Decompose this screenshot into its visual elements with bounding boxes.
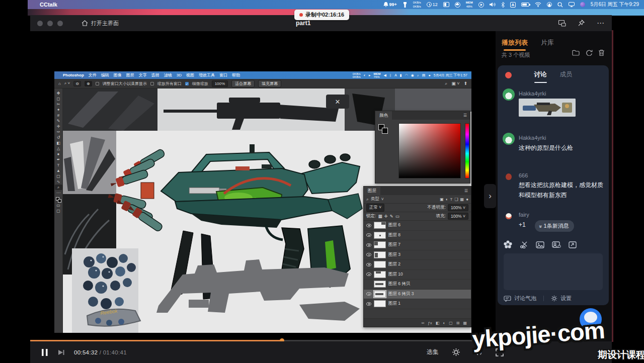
ps-toolbar[interactable]: ✥◻✂✦#✎✛✑ ↺◧△●✒T▲▢∿ ⌕ ⋯ ▭▢ xyxy=(54,88,63,333)
ps-panel-menu-icon[interactable]: ☰ xyxy=(463,113,467,118)
ps-layers-footer-icons[interactable]: ∞ƒx◧◐▢⊞▦ xyxy=(364,318,471,327)
minimize-window-button[interactable] xyxy=(47,21,53,26)
image-upload-icon[interactable] xyxy=(536,241,544,248)
ps-fit-screen-button[interactable]: 适合屏幕 xyxy=(231,80,255,87)
wifi-icon[interactable] xyxy=(535,2,541,7)
message-image-attachment[interactable] xyxy=(519,99,576,117)
bluetooth-icon[interactable] xyxy=(501,2,505,8)
ps-color-panel-tab[interactable]: 颜色 xyxy=(375,111,392,120)
discussion-bubble-toggle[interactable]: 讨论气泡 xyxy=(514,295,536,302)
menubar-clock[interactable]: 5月6日 周五 下午9:29 xyxy=(591,1,639,8)
ps-panel-menu-icon[interactable]: ☰ xyxy=(464,189,468,193)
ps-menu-image[interactable]: 图像 xyxy=(114,72,122,78)
ps-share-icon[interactable]: ⬆ xyxy=(463,81,467,86)
ps-menu-help[interactable]: 帮助 xyxy=(232,72,240,78)
tab-members[interactable]: 成员 xyxy=(560,70,573,79)
ps-layer-row[interactable]: 图层 8 xyxy=(364,231,471,241)
avatar[interactable] xyxy=(503,133,515,145)
loop-refresh-icon[interactable] xyxy=(585,49,593,56)
ps-workspace-icon[interactable]: ▣ ˅ xyxy=(451,81,459,86)
ps-zoom-out-button[interactable]: ⊖ xyxy=(73,81,81,86)
close-window-button[interactable] xyxy=(37,21,43,26)
ps-search-icon[interactable]: ⌕ xyxy=(445,81,447,86)
pin-window-icon[interactable] xyxy=(578,20,585,27)
ps-color-swatches[interactable] xyxy=(56,197,61,203)
ps-menu-type[interactable]: 文字 xyxy=(139,72,147,78)
ps-menu-3d[interactable]: 3D xyxy=(177,73,182,77)
ps-fill-field[interactable]: 100% ˅ xyxy=(448,213,468,220)
ps-zoom-all-checkbox[interactable] xyxy=(150,82,154,85)
video-player-surface[interactable]: Photoshop 文件 编辑 图像 图层 文字 选择 滤镜 3D 视图 增效工… xyxy=(30,31,496,340)
trash-icon[interactable] xyxy=(598,49,605,56)
screen-recorder-icon[interactable] xyxy=(403,2,408,8)
ps-zoom-tool-selected[interactable]: ⌕ xyxy=(55,185,62,190)
ps-hue-slider[interactable] xyxy=(465,123,469,178)
ps-fill-screen-button[interactable]: 填充屏幕 xyxy=(258,80,281,87)
active-app-name[interactable]: CCtalk xyxy=(40,2,57,8)
avatar[interactable] xyxy=(503,88,515,101)
next-episode-button[interactable] xyxy=(57,349,65,356)
ps-menu-view[interactable]: 视图 xyxy=(186,72,194,78)
chat-input[interactable] xyxy=(504,253,603,290)
creative-cloud-icon[interactable] xyxy=(455,2,460,8)
ps-menu-edit[interactable]: 编辑 xyxy=(101,72,109,78)
ps-menu-file[interactable]: 文件 xyxy=(89,72,97,78)
clock-widget-icon[interactable]: 12 xyxy=(427,2,438,7)
emoji-flower-icon[interactable]: 1 xyxy=(504,240,512,249)
ps-resize-window-checkbox[interactable] xyxy=(96,82,99,85)
volume-menubar-icon[interactable] xyxy=(490,2,496,7)
screenshot-scissors-icon[interactable] xyxy=(520,241,528,248)
assistant-app-icon[interactable] xyxy=(580,2,585,7)
spotlight-search-icon[interactable] xyxy=(557,2,563,8)
ps-float-close-button[interactable]: ✕ xyxy=(326,95,349,109)
ps-layer-row[interactable]: 图层 2 xyxy=(364,260,471,270)
ps-opacity-field[interactable]: 100% ˅ xyxy=(448,204,468,211)
ps-menu-window[interactable]: 窗口 xyxy=(219,72,227,78)
battery-icon[interactable] xyxy=(521,3,529,7)
user-account-icon[interactable] xyxy=(547,2,552,7)
settings-button[interactable]: 设置 xyxy=(560,295,572,302)
more-options-button[interactable]: ⋯ xyxy=(597,19,605,28)
picture-in-picture-icon[interactable] xyxy=(558,20,566,27)
pause-button[interactable] xyxy=(41,348,48,356)
ps-tool-preset[interactable]: ⌕ ˅ xyxy=(64,81,70,86)
ps-layers-panel-tab[interactable]: 图层 xyxy=(364,187,380,195)
notification-bell-icon[interactable]: 99+ xyxy=(383,2,397,8)
tab-playlist[interactable]: 播放列表 xyxy=(502,38,528,47)
ps-layer-filter-select[interactable]: 类型 xyxy=(371,196,379,202)
ps-menu-filter[interactable]: 滤镜 xyxy=(164,72,172,78)
memory-monitor[interactable]: MEM 48% xyxy=(466,1,473,8)
open-main-ui-button[interactable]: 打开主界面 xyxy=(82,20,119,27)
ps-layer-row[interactable]: 图层 1 xyxy=(364,299,471,309)
ps-zoom-level-field[interactable]: 100% xyxy=(212,80,228,87)
ps-zoom-in-button[interactable]: ⊕ xyxy=(85,81,92,86)
ps-menu-plugins[interactable]: 增效工具 xyxy=(199,72,215,78)
ps-blend-mode-select[interactable]: 正常 ˅ xyxy=(366,204,384,212)
ps-layer-row[interactable]: 图层 7 xyxy=(364,240,471,250)
ps-scrubby-zoom-checkbox[interactable] xyxy=(185,82,189,85)
ps-fg-bg-swatches[interactable] xyxy=(378,124,388,134)
episodes-button[interactable]: 选集 xyxy=(427,348,439,356)
ps-home-icon[interactable]: ⌂ xyxy=(58,81,61,86)
new-message-pill[interactable]: » 1条新消息 xyxy=(535,220,574,232)
folder-icon[interactable] xyxy=(572,49,580,56)
ps-layer-row[interactable]: 图层 3 xyxy=(364,250,471,260)
ps-layer-row[interactable]: 图层 6 拷贝 xyxy=(364,280,471,290)
network-speed[interactable]: 0KB/s 0KB/s xyxy=(413,1,421,8)
ps-menu-photoshop[interactable]: Photoshop xyxy=(63,73,84,77)
tab-discussion[interactable]: 讨论 xyxy=(534,70,547,79)
panel-collapse-handle[interactable]: › xyxy=(484,184,496,208)
ps-layer-row[interactable]: 图层 6 xyxy=(364,221,471,231)
input-method-icon[interactable]: A xyxy=(510,2,516,8)
tab-library[interactable]: 片库 xyxy=(541,38,554,47)
play-status-icon[interactable] xyxy=(478,2,484,8)
member-picture-icon[interactable] xyxy=(552,241,561,248)
display-switcher-icon[interactable] xyxy=(569,2,575,7)
ps-layer-row[interactable]: 图层 10 xyxy=(364,270,471,280)
ps-menu-select[interactable]: 选择 xyxy=(151,72,159,78)
ps-menu-layer[interactable]: 图层 xyxy=(126,72,134,78)
ps-layer-row-selected[interactable]: 图层 6 拷贝 3 xyxy=(364,290,471,300)
zoom-window-button[interactable] xyxy=(57,21,63,26)
message-box-icon[interactable] xyxy=(569,241,577,248)
ps-color-gradient-field[interactable] xyxy=(398,123,461,178)
